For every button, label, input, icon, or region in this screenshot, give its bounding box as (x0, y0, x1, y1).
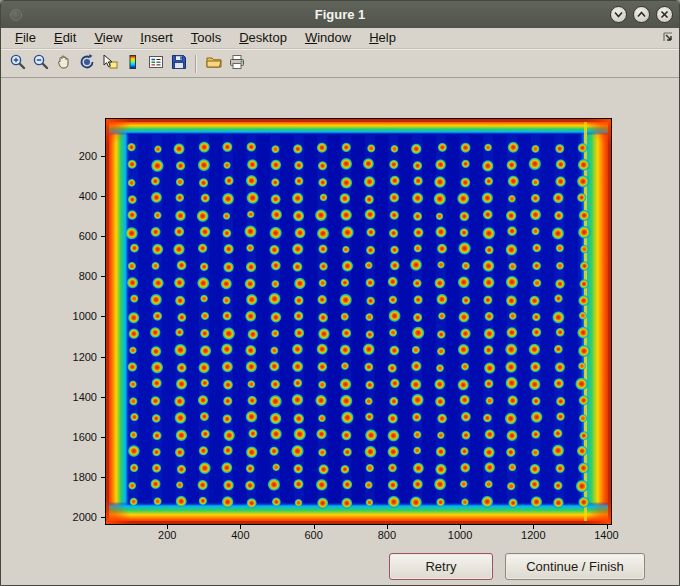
menu-insert[interactable]: Insert (131, 28, 182, 48)
pan-button[interactable] (52, 52, 75, 75)
y-tick-mark (101, 517, 105, 518)
titlebar[interactable]: Figure 1 (1, 1, 679, 28)
shade-button[interactable] (610, 6, 627, 23)
y-tick-label: 600 (57, 230, 97, 242)
menu-edit[interactable]: Edit (45, 28, 85, 48)
x-tick-label: 600 (292, 529, 336, 541)
toolbar-separator (195, 55, 197, 73)
y-tick-mark (101, 276, 105, 277)
colorbar-icon (124, 53, 142, 75)
close-button[interactable] (656, 6, 673, 23)
y-tick-label: 1400 (57, 391, 97, 403)
save-figure-button[interactable] (167, 52, 190, 75)
zoom-out-button[interactable] (29, 52, 52, 75)
y-tick-label: 1200 (57, 351, 97, 363)
y-tick-label: 800 (57, 270, 97, 282)
data-cursor-button[interactable] (98, 52, 121, 75)
menu-window[interactable]: Window (296, 28, 360, 48)
y-tick-mark (101, 357, 105, 358)
chevron-up-icon (636, 6, 647, 24)
zoom-out-icon (32, 53, 50, 75)
y-tick-mark (101, 156, 105, 157)
continue-finish-button[interactable]: Continue / Finish (505, 553, 645, 580)
y-tick-label: 1800 (57, 471, 97, 483)
maximize-button[interactable] (633, 6, 650, 23)
zoom-in-button[interactable] (6, 52, 29, 75)
plot-axes[interactable] (105, 118, 612, 525)
y-tick-mark (101, 236, 105, 237)
y-tick-label: 1000 (57, 310, 97, 322)
menu-desktop[interactable]: Desktop (230, 28, 296, 48)
y-tick-label: 200 (57, 150, 97, 162)
printer-icon (228, 53, 246, 75)
x-tick-label: 1400 (585, 529, 629, 541)
insert-legend-button[interactable] (144, 52, 167, 75)
dock-figure-button[interactable] (660, 31, 676, 47)
window-controls (610, 6, 673, 23)
y-tick-label: 400 (57, 190, 97, 202)
y-tick-label: 2000 (57, 511, 97, 523)
window-title: Figure 1 (1, 7, 679, 22)
folder-icon (205, 53, 223, 75)
y-tick-mark (101, 316, 105, 317)
y-tick-mark (101, 437, 105, 438)
data-cursor-icon (101, 53, 119, 75)
figure-window: Figure 1 FileEditViewInsertToolsDesktopW… (0, 0, 680, 586)
menu-help[interactable]: Help (360, 28, 405, 48)
x-tick-label: 1000 (438, 529, 482, 541)
menu-tools[interactable]: Tools (182, 28, 230, 48)
legend-icon (147, 53, 165, 75)
rotate-3d-button[interactable] (75, 52, 98, 75)
chevron-down-icon (613, 6, 624, 24)
y-tick-label: 1600 (57, 431, 97, 443)
dock-arrow-icon (661, 30, 675, 48)
x-tick-label: 1200 (511, 529, 555, 541)
insert-colorbar-button[interactable] (121, 52, 144, 75)
print-figure-button[interactable] (225, 52, 248, 75)
save-icon (170, 53, 188, 75)
hand-icon (55, 53, 73, 75)
microarray-image[interactable] (106, 119, 611, 524)
menu-items: FileEditViewInsertToolsDesktopWindowHelp (6, 28, 405, 48)
x-tick-label: 800 (365, 529, 409, 541)
y-tick-mark (101, 477, 105, 478)
menu-view[interactable]: View (85, 28, 131, 48)
x-tick-label: 400 (218, 529, 262, 541)
rotate-3d-icon (78, 53, 96, 75)
y-tick-mark (101, 196, 105, 197)
close-icon (659, 6, 670, 24)
toolbar (1, 49, 679, 78)
menu-file[interactable]: File (6, 28, 45, 48)
retry-button[interactable]: Retry (389, 553, 493, 580)
open-file-button[interactable] (202, 52, 225, 75)
y-tick-mark (101, 397, 105, 398)
x-tick-label: 200 (145, 529, 189, 541)
menu-bar: FileEditViewInsertToolsDesktopWindowHelp (1, 28, 679, 49)
zoom-in-icon (9, 53, 27, 75)
